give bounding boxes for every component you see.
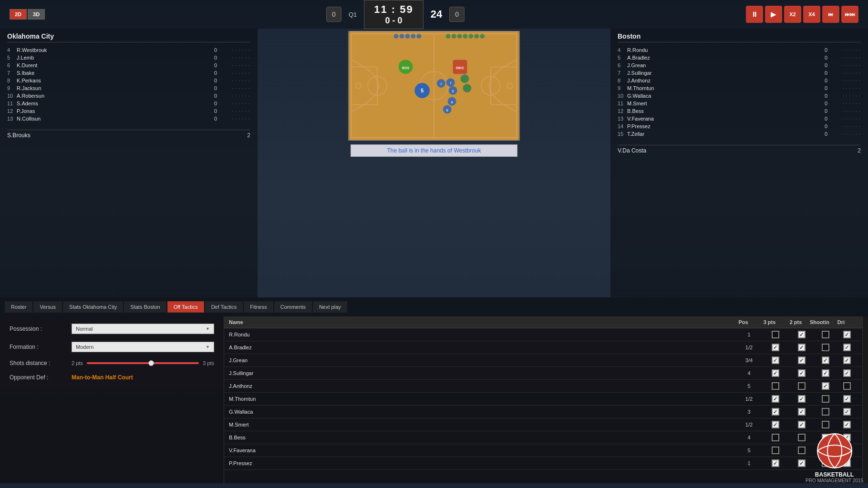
two-pts-cell (788, 344, 815, 351)
shooting-checkbox[interactable] (822, 369, 829, 377)
shots-slider-thumb[interactable] (148, 360, 154, 366)
left-coach-row: S.Brouks 2 (7, 130, 250, 141)
drive-checkbox[interactable] (843, 421, 851, 428)
right-player-row: 5 A.Bradlez 0 · · · · · · (618, 54, 861, 61)
player-score: 0 (818, 93, 827, 99)
shooting-checkbox[interactable] (822, 421, 829, 428)
player-num: 5 (7, 55, 17, 61)
tab-next-play[interactable]: Next play (313, 301, 347, 313)
table-row: M.Thorntun 1/2 (224, 393, 862, 406)
two-pts-checkbox[interactable] (798, 382, 806, 390)
three-pts-checkbox[interactable] (772, 382, 779, 390)
three-pts-cell (762, 434, 788, 441)
right-player-row: 6 J.Grean 0 · · · · · · (618, 61, 861, 69)
shooting-checkbox[interactable] (822, 331, 829, 338)
tab-versus[interactable]: Versus (33, 301, 62, 313)
th-shooting: Shootin (809, 319, 830, 325)
tab-def-tactics[interactable]: Def Tactics (205, 301, 243, 313)
two-pts-checkbox[interactable] (798, 459, 806, 467)
svg-text:OKC: OKC (456, 66, 465, 70)
table-scroll[interactable]: R.Rondu 1 A.Bradlez 1/2 (224, 328, 862, 471)
player-name-cell: G.Wallaca (229, 409, 736, 415)
shooting-checkbox[interactable] (822, 408, 829, 416)
court-svg: 5 7 7 5 8 8 OKC BO (348, 31, 520, 141)
tab-stats-oklahoma-city[interactable]: Stats Oklahoma City (63, 301, 123, 313)
top-header: 2D 3D 0 Q1 11 : 59 0 - 0 24 0 ⏸ ▶ X2 X4 (0, 0, 868, 29)
three-pts-checkbox[interactable] (772, 356, 779, 364)
th-2pts: 2 pts (783, 319, 809, 325)
two-pts-checkbox[interactable] (798, 408, 806, 416)
player-dots: · · · · · · (217, 93, 250, 98)
shooting-checkbox[interactable] (822, 382, 829, 390)
three-pts-checkbox[interactable] (772, 331, 779, 338)
three-pts-checkbox[interactable] (772, 447, 779, 454)
right-player-row: 14 P.Pressez 0 · · · · · · (618, 122, 861, 130)
three-pts-checkbox[interactable] (772, 434, 779, 441)
right-player-row: 11 M.Smert 0 · · · · · · (618, 100, 861, 107)
two-pts-checkbox[interactable] (798, 447, 806, 454)
svg-point-40 (817, 434, 852, 468)
drive-checkbox[interactable] (843, 331, 851, 338)
player-score: 0 (207, 70, 217, 76)
two-pts-checkbox[interactable] (798, 395, 806, 403)
two-pts-checkbox[interactable] (798, 421, 806, 428)
right-coach-name: V.Da Costa (618, 147, 851, 154)
tab-roster[interactable]: Roster (5, 301, 32, 313)
pause-button[interactable]: ⏸ (746, 6, 763, 23)
shooting-checkbox[interactable] (822, 356, 829, 364)
two-pts-checkbox[interactable] (798, 344, 806, 351)
player-num: 6 (7, 62, 17, 68)
play-button[interactable]: ▶ (765, 6, 782, 23)
two-pts-checkbox[interactable] (798, 331, 806, 338)
shots-2pts-label: 2 pts (72, 360, 83, 366)
tab-off-tactics[interactable]: Off Tactics (167, 301, 204, 313)
logo-title: BASKETBALL (806, 471, 863, 478)
two-pts-checkbox[interactable] (798, 434, 806, 441)
view-2d-button[interactable]: 2D (10, 9, 27, 20)
drive-checkbox[interactable] (843, 369, 851, 377)
player-pos-cell: 5 (736, 383, 762, 389)
tab-fitness[interactable]: Fitness (244, 301, 273, 313)
two-pts-checkbox[interactable] (798, 356, 806, 364)
shots-distance-row: Shots distance : 2 pts 3 pts (10, 360, 214, 366)
x4-button[interactable]: X4 (803, 6, 820, 23)
possession-select[interactable]: Normal (72, 324, 214, 334)
two-pts-cell (788, 331, 815, 338)
two-pts-checkbox[interactable] (798, 369, 806, 377)
drive-checkbox[interactable] (843, 408, 851, 416)
svg-point-38 (474, 34, 479, 39)
shooting-checkbox[interactable] (822, 344, 829, 351)
shots-slider-track[interactable] (87, 362, 199, 364)
drive-checkbox[interactable] (843, 382, 851, 390)
player-num: 9 (618, 85, 627, 91)
shooting-cell (815, 395, 836, 403)
tab-stats-boston[interactable]: Stats Boston (124, 301, 166, 313)
three-pts-checkbox[interactable] (772, 459, 779, 467)
skip-button[interactable]: ⏭ (822, 6, 839, 23)
shooting-checkbox[interactable] (822, 395, 829, 403)
view-3d-button[interactable]: 3D (28, 9, 45, 20)
player-dots: · · · · · · (827, 86, 861, 91)
three-pts-checkbox[interactable] (772, 421, 779, 428)
player-num: 10 (618, 93, 627, 99)
three-pts-checkbox[interactable] (772, 369, 779, 377)
player-dots: · · · · · · (827, 55, 861, 60)
player-name: S.Adems (17, 101, 207, 106)
drive-checkbox[interactable] (843, 395, 851, 403)
right-player-row: 13 V.Faverana 0 · · · · · · (618, 115, 861, 122)
three-pts-checkbox[interactable] (772, 344, 779, 351)
tab-comments[interactable]: Comments (274, 301, 312, 313)
shots-3pts-label: 3 pts (203, 360, 214, 366)
drive-checkbox[interactable] (843, 356, 851, 364)
formation-select[interactable]: Modern (72, 342, 214, 352)
player-num: 12 (7, 108, 17, 114)
two-pts-cell (788, 382, 815, 390)
player-num: 15 (618, 131, 627, 137)
player-name-cell: J.Grean (229, 357, 736, 363)
skip-end-button[interactable]: ⏭⏭ (841, 6, 858, 23)
drive-checkbox[interactable] (843, 344, 851, 351)
three-pts-checkbox[interactable] (772, 408, 779, 416)
three-pts-checkbox[interactable] (772, 395, 779, 403)
x2-button[interactable]: X2 (784, 6, 801, 23)
player-pos-cell: 4 (736, 435, 762, 440)
